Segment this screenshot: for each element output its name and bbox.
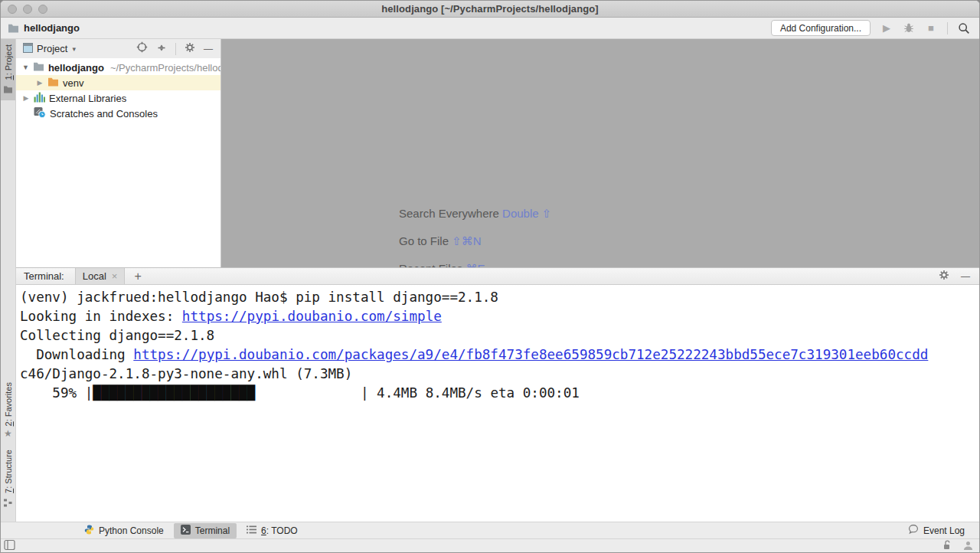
macos-titlebar: hellodjango [~/PycharmProjects/hellodjan…	[1, 1, 979, 18]
favorites-tab-label: 2: Favorites	[4, 382, 13, 426]
project-view-title[interactable]: Project	[37, 43, 67, 54]
panel-actions-divider	[175, 43, 176, 55]
hint-shortcut: ⌘E	[466, 262, 485, 267]
bottom-tool-window-bar: Python Console Terminal 6: TODO Event Lo…	[1, 522, 979, 538]
gear-icon[interactable]	[939, 270, 949, 283]
tree-row-external-libraries[interactable]: ▶ External Libraries	[16, 90, 220, 106]
terminal-text: c46/Django-2.1.8-py3-none-any.whl (7.3MB…	[20, 366, 352, 381]
terminal-link[interactable]: https://pypi.doubanio.com/packages/a9/e4…	[133, 347, 928, 362]
terminal-line: Looking in indexes: https://pypi.doubani…	[20, 307, 979, 326]
breadcrumb-label: hellodjango	[24, 22, 80, 34]
hint-shortcut: ⇧⌘N	[452, 234, 481, 247]
tab-python-console[interactable]: Python Console	[77, 523, 171, 538]
close-icon[interactable]: ×	[112, 270, 118, 282]
terminal-text: Collecting django==2.1.8	[20, 328, 214, 343]
sidebar-tab-project[interactable]: 1: Project	[1, 39, 15, 100]
terminal-text: Looking in indexes:	[20, 309, 182, 324]
terminal-header: Terminal: Local × + —	[16, 267, 979, 285]
star-icon: ★	[4, 429, 12, 438]
debug-icon[interactable]	[903, 22, 915, 34]
project-tool-icon	[3, 83, 13, 97]
run-icon[interactable]: ▶	[880, 22, 893, 34]
terminal-text: (venv) jackfrued:hellodjango Hao$ pip in…	[20, 290, 498, 305]
terminal-output[interactable]: (venv) jackfrued:hellodjango Hao$ pip in…	[16, 285, 979, 522]
terminal-tab-local[interactable]: Local ×	[75, 268, 126, 284]
external-libraries-label: External Libraries	[49, 93, 126, 104]
event-log-icon	[908, 524, 919, 537]
folder-icon	[7, 22, 19, 34]
collapse-all-icon[interactable]	[156, 42, 167, 56]
unlock-icon[interactable]	[942, 540, 952, 553]
sidebar-tab-structure[interactable]: 7: Structure	[1, 444, 15, 514]
project-tree: ▼ hellodjango ~/PycharmProjects/hellod ▶	[16, 58, 220, 121]
terminal-line: Collecting django==2.1.8	[20, 326, 979, 345]
hint-shortcut: Double ⇧	[502, 207, 551, 220]
terminal-tab-label: Local	[83, 270, 106, 282]
todo-list-icon	[247, 525, 256, 536]
stop-icon[interactable]: ■	[925, 22, 937, 34]
scratches-label: Scratches and Consoles	[50, 108, 158, 119]
progress-bar-blocks: ████████████████████	[93, 385, 255, 401]
left-tool-stripe: 1: Project 2: Favorites ★ 7: Structure	[1, 39, 16, 522]
folder-icon	[33, 61, 44, 74]
terminal-link[interactable]: https://pypi.doubanio.com/simple	[182, 309, 442, 324]
search-everywhere-icon[interactable]	[958, 22, 970, 34]
terminal-tab-label: Terminal	[195, 525, 230, 536]
hint-go-to-file: Go to File ⇧⌘N	[399, 234, 482, 248]
hint-search-everywhere: Search Everywhere Double ⇧	[399, 207, 551, 221]
expand-open-icon[interactable]: ▼	[22, 64, 29, 71]
window-title: hellodjango [~/PycharmProjects/hellodjan…	[1, 3, 979, 15]
root-folder-name: hellodjango	[48, 62, 104, 74]
todo-label: 6: TODO	[261, 525, 298, 536]
add-configuration-button[interactable]: Add Configuration...	[771, 20, 871, 36]
expand-closed-icon[interactable]: ▶	[36, 79, 44, 87]
tree-row-venv[interactable]: ▶ venv	[16, 75, 220, 90]
tree-row-root[interactable]: ▼ hellodjango ~/PycharmProjects/hellod	[16, 60, 220, 75]
terminal-icon	[181, 525, 191, 537]
toolwindow-toggle-icon[interactable]	[4, 539, 15, 553]
structure-tab-label: 7: Structure	[4, 450, 13, 493]
user-icon[interactable]	[963, 540, 973, 553]
tab-todo[interactable]: 6: TODO	[240, 524, 305, 538]
expand-closed-icon[interactable]: ▶	[22, 94, 30, 102]
editor-empty-area: Search Everywhere Double ⇧ Go to File ⇧⌘…	[221, 39, 979, 267]
folder-venv-icon	[47, 77, 59, 89]
new-session-icon[interactable]: +	[134, 270, 141, 283]
chevron-down-icon[interactable]: ▾	[72, 45, 76, 53]
project-tool-window: Project ▾	[16, 39, 221, 267]
python-console-label: Python Console	[99, 525, 164, 536]
sidebar-tab-favorites[interactable]: 2: Favorites ★	[1, 377, 15, 442]
terminal-line: 59% |████████████████████ | 4.4MB 8.4MB/…	[20, 384, 979, 403]
terminal-line: c46/Django-2.1.8-py3-none-any.whl (7.3MB…	[20, 365, 979, 384]
gear-icon[interactable]	[185, 42, 195, 56]
hide-panel-icon[interactable]: —	[961, 271, 970, 282]
hint-label: Search Everywhere	[399, 207, 499, 220]
breadcrumb[interactable]: hellodjango	[7, 22, 80, 34]
status-bar	[1, 538, 979, 553]
terminal-title: Terminal:	[24, 270, 64, 282]
hide-panel-icon[interactable]: —	[204, 44, 213, 54]
scratches-icon	[34, 106, 46, 120]
hint-label: Go to File	[399, 234, 449, 247]
tree-row-scratches[interactable]: Scratches and Consoles	[16, 106, 220, 121]
event-log-label: Event Log	[923, 525, 965, 536]
project-panel-actions: —	[136, 41, 213, 56]
run-controls: Add Configuration... ▶ ■	[771, 20, 970, 36]
terminal-line: (venv) jackfrued:hellodjango Hao$ pip in…	[20, 288, 979, 307]
root-folder-path: ~/PycharmProjects/hellod	[110, 62, 221, 74]
pycharm-window: hellodjango [~/PycharmProjects/hellodjan…	[0, 0, 980, 553]
hint-label: Recent Files	[399, 262, 462, 267]
terminal-text: | 4.4MB 8.4MB/s eta 0:00:01	[255, 385, 580, 401]
terminal-line: Downloading https://pypi.doubanio.com/pa…	[20, 345, 979, 365]
python-icon	[84, 525, 94, 537]
venv-label: venv	[63, 77, 83, 89]
terminal-text: 59% |	[20, 385, 93, 401]
terminal-text: Downloading	[20, 347, 133, 362]
toolbar-divider	[947, 22, 948, 34]
structure-icon	[4, 496, 12, 510]
locate-file-icon[interactable]	[136, 41, 148, 56]
hint-recent-files: Recent Files ⌘E	[399, 262, 485, 267]
event-log-button[interactable]: Event Log	[901, 522, 972, 538]
tab-terminal[interactable]: Terminal	[174, 523, 237, 538]
project-tab-label: 1: Project	[4, 44, 13, 80]
